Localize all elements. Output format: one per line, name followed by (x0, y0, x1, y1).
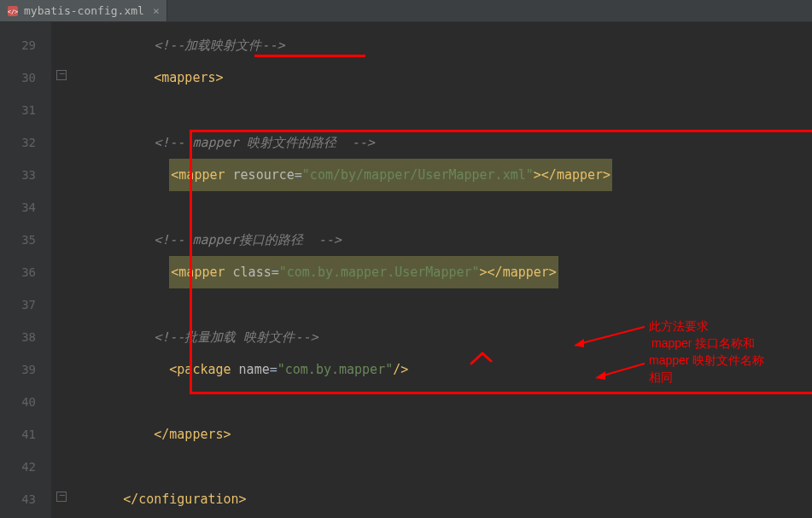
close-icon[interactable]: × (153, 4, 160, 17)
line-number: 41 (0, 418, 51, 451)
code-line: <mapper resource="com/by/mapper/UserMapp… (77, 159, 812, 191)
line-number: 42 (0, 451, 51, 483)
line-number: 40 (0, 386, 51, 418)
tab-bar: </> mybatis-config.xml × (0, 0, 812, 22)
fold-marker-icon[interactable] (56, 70, 67, 80)
annotation-text: mapper 接口名称和 (651, 335, 755, 352)
tab-filename: mybatis-config.xml (24, 4, 144, 17)
fold-column (51, 22, 77, 518)
code-line (77, 94, 812, 126)
code-line: <!--加载映射文件--> (77, 29, 812, 61)
fold-marker-icon[interactable] (56, 492, 67, 502)
line-number: 31 (0, 94, 51, 126)
code-area[interactable]: <!--加载映射文件--> <mappers> <!-- mapper 映射文件… (77, 22, 812, 518)
code-line (77, 288, 812, 321)
line-number: 37 (0, 288, 51, 321)
annotation-text: 相同 (649, 369, 673, 386)
code-line: </mappers> (77, 418, 812, 451)
line-number: 43 (0, 483, 51, 515)
code-line: </configuration> (77, 483, 812, 515)
line-number: 36 (0, 256, 51, 288)
annotation-text: 此方法要求 (649, 317, 709, 335)
code-line: <mapper class="com.by.mapper.UserMapper"… (77, 256, 812, 288)
line-number: 30 (0, 61, 51, 94)
code-line: <!-- mapper 映射文件的路径 --> (77, 126, 812, 159)
line-number: 34 (0, 191, 51, 224)
line-number: 33 (0, 159, 51, 191)
code-line (77, 191, 812, 224)
line-number: 35 (0, 224, 51, 256)
line-number: 38 (0, 321, 51, 353)
code-line (77, 451, 812, 483)
code-line: <mappers> (77, 61, 812, 94)
file-tab[interactable]: </> mybatis-config.xml × (0, 0, 167, 21)
line-number: 39 (0, 353, 51, 386)
line-number: 29 (0, 29, 51, 61)
svg-text:</>: </> (8, 9, 19, 15)
annotation-text: mapper 映射文件名称 (649, 352, 764, 369)
editor: 29 30 31 32 33 34 35 36 37 38 39 40 41 4… (0, 22, 812, 518)
line-gutter: 29 30 31 32 33 34 35 36 37 38 39 40 41 4… (0, 22, 51, 518)
code-line: <!-- mapper接口的路径 --> (77, 224, 812, 256)
xml-file-icon: </> (7, 5, 19, 17)
code-line (77, 386, 812, 418)
line-number: 32 (0, 126, 51, 159)
